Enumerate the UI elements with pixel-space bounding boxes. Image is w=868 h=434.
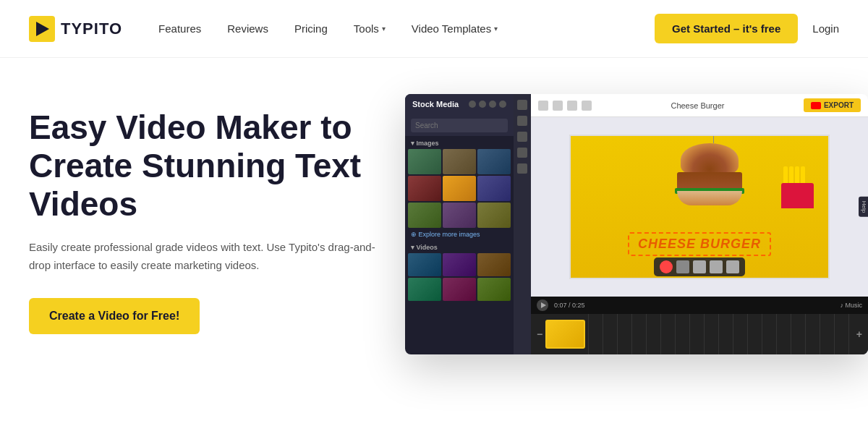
image-thumb-8[interactable] (443, 203, 476, 228)
help-tab[interactable]: Help (859, 197, 868, 217)
logo-text: TYPITO (61, 20, 122, 38)
timeline: 0:07 / 0:25 ♪ Music − + (531, 297, 868, 354)
image-thumb-1[interactable] (408, 149, 441, 174)
videos-section-label: ▾ Videos (405, 241, 514, 253)
editor-area: Cheese Burger EXPORT (531, 94, 868, 354)
timeline-plus-button[interactable]: + (856, 328, 862, 340)
tool-strip-icon-3[interactable] (517, 132, 527, 142)
panel-redo-icon (489, 101, 496, 108)
panel-search-bar[interactable] (405, 114, 514, 136)
editor-topbar: Cheese Burger EXPORT (531, 94, 868, 117)
hero-title: Easy Video Maker to Create Stunning Text… (29, 109, 376, 224)
hero-description: Easily create professional grade videos … (29, 238, 376, 275)
app-mockup: Stock Media ▾ Images (405, 94, 868, 354)
login-button[interactable]: Login (812, 22, 839, 35)
tool-strip-icon-1[interactable] (517, 100, 527, 110)
canvas-delete-icon[interactable] (710, 260, 723, 273)
canvas-record-icon[interactable] (660, 260, 673, 273)
export-button[interactable]: EXPORT (804, 98, 861, 112)
canvas-more-icon[interactable] (726, 260, 739, 273)
toolbar-redo-icon[interactable] (567, 101, 577, 111)
play-button[interactable] (537, 299, 548, 311)
panel-header-icons (469, 101, 506, 108)
tools-chevron-icon: ▾ (382, 25, 386, 33)
video-templates-chevron-icon: ▾ (494, 25, 498, 33)
nav-reviews[interactable]: Reviews (227, 22, 268, 35)
video-thumb-3[interactable] (477, 253, 511, 276)
fries-box (781, 183, 814, 208)
canvas-edit-icon[interactable] (676, 260, 689, 273)
editor-toolbar-icons (538, 101, 592, 111)
images-section-label: ▾ Images (405, 136, 514, 149)
video-thumb-4[interactable] (408, 278, 441, 301)
nav-pricing[interactable]: Pricing (294, 22, 328, 35)
panel-header: Stock Media (405, 94, 514, 114)
hero-text-block: Easy Video Maker to Create Stunning Text… (29, 87, 376, 334)
timeline-ruler (588, 314, 854, 354)
tool-strip-icon-2[interactable] (517, 116, 527, 126)
panel-undo-icon (479, 101, 486, 108)
project-name: Cheese Burger (671, 101, 724, 110)
timeline-time: 0:07 / 0:25 (554, 302, 585, 309)
panel-search-input[interactable] (411, 119, 508, 132)
image-grid (405, 149, 514, 228)
timeline-track: − + (531, 314, 868, 354)
music-label: ♪ Music (840, 302, 862, 309)
hero-cta-button[interactable]: Create a Video for Free! (29, 298, 200, 334)
toolbar-settings-icon[interactable] (538, 101, 548, 111)
flag-pole (713, 135, 714, 143)
image-thumb-2[interactable] (443, 149, 476, 174)
text-overlay-container[interactable]: CHEESE BURGER (628, 232, 771, 256)
burger-illustration (673, 143, 760, 223)
canvas-floating-toolbar (654, 258, 745, 276)
youtube-icon (811, 102, 821, 109)
panel-title: Stock Media (412, 100, 459, 109)
header-actions: Get Started – it's free Login (655, 14, 839, 43)
video-grid (405, 253, 514, 301)
export-label: EXPORT (824, 101, 854, 109)
logo[interactable]: TYPITO (29, 16, 122, 42)
burger-bun-bottom (677, 191, 742, 205)
video-thumb-6[interactable] (477, 278, 511, 301)
tool-strip-icon-5[interactable] (517, 163, 527, 174)
timeline-minus-button[interactable]: − (537, 328, 542, 340)
hero-section: Easy Video Maker to Create Stunning Text… (0, 58, 868, 434)
explore-more-images-link[interactable]: ⊕ Explore more images (405, 228, 514, 241)
video-thumb-5[interactable] (443, 278, 476, 301)
burger-bun-top (681, 143, 739, 176)
main-nav: Features Reviews Pricing Tools ▾ Video T… (158, 22, 655, 35)
logo-icon (29, 16, 55, 42)
stock-media-panel: Stock Media ▾ Images (405, 94, 514, 354)
image-thumb-7[interactable] (408, 203, 441, 228)
app-mockup-container: Stock Media ▾ Images (405, 87, 868, 434)
timeline-controls: 0:07 / 0:25 ♪ Music (531, 297, 868, 314)
toolbar-more-icon[interactable] (582, 101, 592, 111)
get-started-button[interactable]: Get Started – it's free (655, 14, 798, 43)
timeline-clip-thumb[interactable] (545, 320, 585, 349)
video-thumb-2[interactable] (443, 253, 476, 276)
nav-features[interactable]: Features (158, 22, 201, 35)
image-thumb-9[interactable] (477, 203, 511, 228)
image-thumb-5[interactable] (443, 176, 476, 201)
tool-strip (514, 94, 531, 354)
canvas-crop-icon[interactable] (693, 260, 706, 273)
cheese-burger-text: CHEESE BURGER (638, 237, 761, 251)
image-thumb-4[interactable] (408, 176, 441, 201)
fries-illustration (781, 150, 817, 208)
nav-video-templates-dropdown[interactable]: Video Templates ▾ (412, 22, 498, 35)
play-icon (541, 302, 546, 308)
panel-close-icon (499, 101, 506, 108)
panel-settings-icon (469, 101, 476, 108)
toolbar-undo-icon[interactable] (553, 101, 563, 111)
tool-strip-icon-4[interactable] (517, 148, 527, 158)
canvas-area: CHEESE BURGER Help (531, 117, 868, 297)
image-thumb-3[interactable] (477, 149, 511, 174)
video-canvas: CHEESE BURGER (569, 135, 830, 279)
nav-tools-dropdown[interactable]: Tools ▾ (354, 22, 386, 35)
video-thumb-1[interactable] (408, 253, 441, 276)
image-thumb-6[interactable] (477, 176, 511, 201)
